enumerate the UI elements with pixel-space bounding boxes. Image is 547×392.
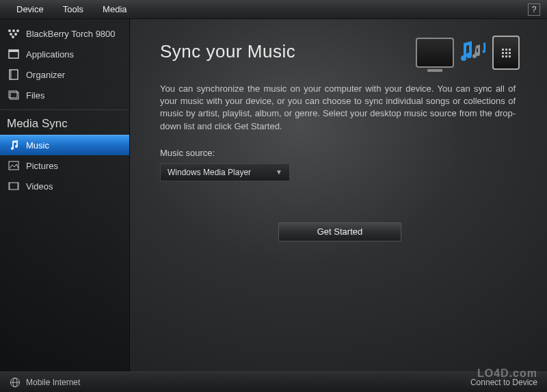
sidebar-section-media-sync: Media Sync xyxy=(0,109,129,135)
sidebar-item-videos[interactable]: Videos xyxy=(0,176,129,196)
svg-rect-15 xyxy=(17,183,18,190)
videos-icon xyxy=(7,180,21,192)
sidebar-item-label: Applications xyxy=(26,49,74,60)
menu-tools[interactable]: Tools xyxy=(53,1,93,17)
sidebar-item-files[interactable]: Files xyxy=(0,85,129,105)
sidebar-item-music[interactable]: Music xyxy=(0,135,129,155)
menu-media[interactable]: Media xyxy=(93,1,136,17)
globe-icon xyxy=(10,377,21,388)
files-icon xyxy=(7,89,21,101)
get-started-button[interactable]: Get Started xyxy=(278,222,401,241)
sidebar-item-pictures[interactable]: Pictures xyxy=(0,155,129,176)
sync-illustration xyxy=(416,36,520,70)
help-button[interactable]: ? xyxy=(528,3,540,16)
mobile-internet-link[interactable]: Mobile Internet xyxy=(26,378,80,387)
menu-device[interactable]: Device xyxy=(7,1,53,17)
sidebar-item-applications[interactable]: Applications xyxy=(0,44,129,64)
dropdown-value: Windows Media Player xyxy=(168,168,251,177)
sidebar-item-label: Organizer xyxy=(26,70,65,80)
organizer-icon xyxy=(7,68,21,81)
body-area: BlackBerry Torch 9800 Applications Organ… xyxy=(0,19,547,371)
svg-point-2 xyxy=(16,29,19,32)
svg-point-0 xyxy=(8,29,11,32)
pictures-icon xyxy=(7,159,21,172)
connect-device-link[interactable]: Connect to Device xyxy=(470,378,537,387)
menubar: Device Tools Media ? xyxy=(0,0,547,19)
svg-rect-7 xyxy=(9,50,18,52)
svg-point-3 xyxy=(10,33,12,36)
monitor-icon xyxy=(416,38,454,68)
music-source-label: Music source: xyxy=(160,148,520,158)
page-description: You can synchronize the music on your co… xyxy=(160,83,516,133)
sidebar-item-label: Files xyxy=(26,90,44,101)
svg-point-4 xyxy=(14,33,17,36)
sidebar-item-label: Videos xyxy=(26,181,53,192)
blackberry-icon xyxy=(7,27,21,40)
music-icon xyxy=(7,139,21,151)
applications-icon xyxy=(7,48,21,60)
sidebar-item-label: Music xyxy=(26,140,49,151)
chevron-down-icon: ▼ xyxy=(276,168,282,176)
statusbar: Mobile Internet Connect to Device xyxy=(0,371,547,392)
music-notes-icon xyxy=(458,39,488,66)
sidebar-item-label: Pictures xyxy=(26,161,58,171)
svg-rect-13 xyxy=(9,183,18,190)
sidebar-item-organizer[interactable]: Organizer xyxy=(0,64,129,85)
sidebar-item-device[interactable]: BlackBerry Torch 9800 xyxy=(0,23,129,44)
device-icon xyxy=(492,36,520,70)
svg-point-1 xyxy=(12,29,15,32)
music-source-dropdown[interactable]: Windows Media Player ▼ xyxy=(160,164,290,181)
svg-point-5 xyxy=(12,36,14,38)
sidebar-item-label: BlackBerry Torch 9800 xyxy=(26,29,116,39)
main-panel: Sync your Music You can synchronize the … xyxy=(130,19,547,371)
sidebar: BlackBerry Torch 9800 Applications Organ… xyxy=(0,19,130,371)
svg-rect-14 xyxy=(9,183,10,190)
